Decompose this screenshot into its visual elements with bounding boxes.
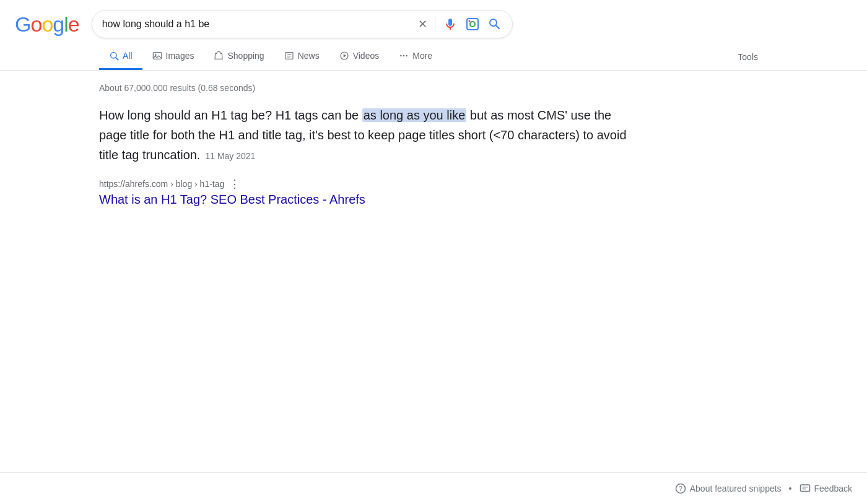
clear-icon[interactable]: ✕ (418, 17, 427, 31)
search-icons: ✕ (418, 17, 502, 32)
more-dots-icon (399, 51, 409, 61)
question-icon: ? (675, 483, 686, 494)
snippet-date: 11 May 2021 (205, 151, 255, 161)
feedback-label: Feedback (814, 484, 852, 493)
result-url: https://ahrefs.com › blog › h1-tag ⋮ (99, 177, 768, 191)
tab-news[interactable]: News (274, 43, 329, 70)
tab-news-label: News (298, 51, 320, 61)
snippet-text: How long should an H1 tag be? H1 tags ca… (99, 105, 632, 165)
tab-videos[interactable]: Videos (329, 43, 390, 70)
svg-point-15 (406, 55, 408, 57)
videos-icon (339, 51, 349, 61)
svg-rect-5 (153, 53, 161, 59)
search-input[interactable] (102, 19, 412, 30)
footer-separator: • (789, 484, 792, 493)
svg-point-13 (400, 55, 402, 57)
snippet-text-before: How long should an H1 tag be? H1 tags ca… (99, 108, 362, 122)
tab-all[interactable]: All (99, 43, 142, 70)
logo-letter-e: e (68, 12, 79, 36)
svg-point-6 (155, 54, 157, 56)
tab-shopping[interactable]: Shopping (204, 43, 274, 70)
tab-more[interactable]: More (389, 43, 442, 70)
logo-letter-g: G (15, 12, 30, 36)
news-icon (284, 51, 294, 61)
tools-button[interactable]: Tools (728, 45, 768, 69)
feedback-icon (799, 483, 811, 494)
svg-text:?: ? (679, 485, 682, 492)
tools-label: Tools (738, 52, 758, 62)
results-container: About 67,000,000 results (0.68 seconds) … (0, 71, 867, 208)
search-divider (435, 17, 435, 32)
svg-line-4 (116, 58, 118, 60)
logo-letter-o2: o (41, 12, 53, 36)
about-snippets-item[interactable]: ? About featured snippets (675, 483, 782, 494)
search-icon[interactable] (487, 17, 502, 32)
logo-letter-g2: g (53, 12, 64, 36)
tab-videos-label: Videos (353, 51, 380, 61)
footer-bar: ? About featured snippets • Feedback (0, 472, 867, 504)
tab-more-label: More (412, 51, 432, 61)
results-count: About 67,000,000 results (0.68 seconds) (99, 83, 768, 93)
tab-images-label: Images (166, 51, 194, 61)
shopping-icon (214, 51, 224, 61)
snippet-highlight: as long as you like (362, 108, 467, 122)
result-options-icon[interactable]: ⋮ (229, 177, 240, 191)
mic-icon[interactable] (443, 17, 458, 32)
about-snippets-label: About featured snippets (690, 484, 782, 493)
images-icon (152, 51, 162, 61)
search-bar: ✕ (92, 10, 513, 38)
result-title[interactable]: What is an H1 Tag? SEO Best Practices - … (99, 193, 365, 206)
logo-letter-o1: o (30, 12, 41, 36)
result-breadcrumb: https://ahrefs.com › blog › h1-tag (99, 179, 224, 189)
svg-point-2 (468, 20, 470, 22)
svg-marker-12 (343, 54, 346, 57)
tab-shopping-label: Shopping (227, 51, 264, 61)
svg-rect-0 (467, 19, 478, 30)
tab-images[interactable]: Images (142, 43, 204, 70)
google-logo[interactable]: Google (15, 12, 79, 37)
nav-tabs: All Images Shopping News Videos (0, 43, 867, 71)
header: Google ✕ (0, 0, 867, 38)
tab-all-label: All (123, 51, 133, 61)
svg-point-1 (470, 22, 475, 27)
svg-rect-18 (800, 485, 809, 492)
svg-point-14 (403, 55, 405, 57)
featured-snippet: How long should an H1 tag be? H1 tags ca… (99, 105, 632, 165)
lens-icon[interactable] (465, 17, 480, 32)
feedback-item[interactable]: Feedback (799, 483, 852, 494)
all-icon (109, 51, 119, 61)
